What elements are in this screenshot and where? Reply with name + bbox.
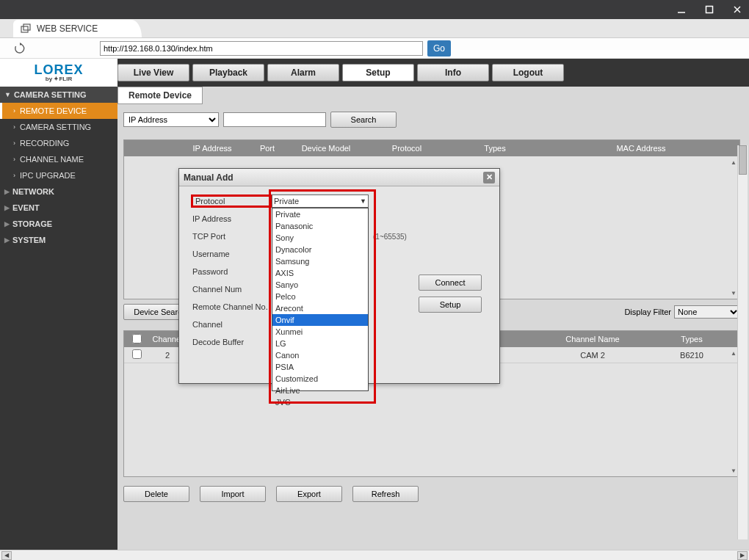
sidebar-group-event[interactable]: ▶EVENT — [0, 200, 117, 216]
chevron-down-icon: ▼ — [4, 91, 11, 98]
ip-mode-select[interactable]: IP Address — [123, 112, 219, 127]
svg-rect-5 — [23, 24, 30, 30]
sidebar-section-camera[interactable]: ▼CAMERA SETTING — [0, 87, 117, 103]
tab-logout[interactable]: Logout — [492, 64, 564, 81]
sidebar-group-system[interactable]: ▶SYSTEM — [0, 232, 117, 248]
brand-sub: by ✦FLIR — [46, 76, 72, 82]
setup-button[interactable]: Setup — [419, 297, 482, 313]
protocol-option[interactable]: JVC — [272, 396, 368, 408]
label-channel: Channel — [192, 320, 272, 329]
protocol-option[interactable]: Sanyo — [272, 279, 368, 291]
go-button[interactable]: Go — [427, 40, 451, 57]
bottom-button-row: Delete Import Export Refresh — [123, 486, 740, 502]
browser-tab[interactable]: WEB SERVICE — [13, 20, 142, 37]
label-remote-channel-no: Remote Channel No. — [192, 302, 272, 311]
sidebar-group-network[interactable]: ▶NETWORK — [0, 183, 117, 200]
protocol-option[interactable]: Panasonic — [272, 220, 368, 232]
sidebar-item-channel-name[interactable]: ›CHANNEL NAME — [0, 151, 117, 167]
dialog-titlebar[interactable]: Manual Add ✕ — [179, 169, 499, 186]
sidebar-item-recording[interactable]: ›RECORDING — [0, 135, 117, 151]
window-titlebar — [0, 0, 749, 19]
label-protocol: Protocol — [192, 196, 272, 206]
tab-playback[interactable]: Playback — [192, 64, 264, 81]
sidebar-group-storage[interactable]: ▶STORAGE — [0, 216, 117, 232]
protocol-option[interactable]: Arecont — [272, 302, 368, 314]
chevron-right-icon: ▶ — [4, 236, 10, 244]
scroll-left-icon[interactable]: ◀ — [1, 551, 12, 560]
chevron-right-icon: ▶ — [4, 220, 10, 228]
dialog-side-buttons: Connect Setup — [419, 274, 482, 313]
refresh-icon[interactable] — [13, 42, 26, 55]
dialog-body: Protocol Private ▼ PrivatePanasonicSonyD… — [179, 186, 499, 383]
sidebar-item-ipc-upgrade[interactable]: ›IPC UPGRADE — [0, 167, 117, 183]
page-tab-remote-device[interactable]: Remote Device — [117, 87, 203, 104]
chevron-right-icon: › — [13, 123, 15, 131]
protocol-option[interactable]: LG — [272, 338, 368, 349]
protocol-option[interactable]: Samsung — [272, 255, 368, 267]
protocol-option[interactable]: Onvif — [272, 314, 368, 326]
protocol-option[interactable]: PSIA — [272, 361, 368, 373]
search-button[interactable]: Search — [330, 112, 397, 128]
tab-alarm[interactable]: Alarm — [267, 64, 339, 81]
sidebar-item-label: RECORDING — [20, 139, 69, 148]
chevron-right-icon: › — [13, 107, 15, 114]
close-icon[interactable]: ✕ — [483, 172, 495, 183]
chevron-right-icon: ▶ — [4, 204, 10, 211]
protocol-option[interactable]: Sony — [272, 232, 368, 244]
tab-setup[interactable]: Setup — [342, 64, 414, 81]
top-nav: Live View Playback Alarm Setup Info Logo… — [117, 59, 749, 87]
sidebar-group-label: EVENT — [12, 203, 40, 212]
protocol-option[interactable]: Dynacolor — [272, 244, 368, 255]
tab-info[interactable]: Info — [417, 64, 489, 81]
search-input[interactable] — [223, 112, 326, 127]
import-button[interactable]: Import — [200, 486, 266, 502]
protocol-selected-value: Private — [274, 197, 299, 206]
sidebar-item-camera-setting[interactable]: ›CAMERA SETTING — [0, 119, 117, 135]
protocol-option[interactable]: Private — [272, 208, 368, 220]
display-filter-select[interactable]: None — [674, 305, 740, 319]
sidebar-group-label: NETWORK — [12, 187, 54, 196]
cell-channel-name: CAM 2 — [541, 351, 644, 360]
page-horizontal-scrollbar[interactable]: ◀ ▶ — [0, 550, 749, 560]
url-input[interactable] — [100, 41, 423, 56]
label-ip: IP Address — [192, 214, 272, 223]
main-content: Remote Device IP Address Search IP Addre… — [117, 87, 749, 550]
col-model: Device Model — [286, 144, 366, 153]
svg-rect-1 — [706, 7, 713, 13]
sidebar-item-remote-device[interactable]: ›REMOTE DEVICE — [0, 103, 117, 119]
sidebar-group-label: STORAGE — [12, 219, 52, 228]
export-button[interactable]: Export — [276, 486, 342, 502]
scroll-right-icon[interactable]: ▶ — [737, 551, 748, 560]
label-password: Password — [192, 267, 272, 276]
label-tcp-port: TCP Port — [192, 232, 272, 241]
scrollbar-thumb[interactable] — [739, 145, 747, 175]
minimize-button[interactable] — [674, 2, 689, 17]
protocol-option[interactable]: Xunmei — [272, 326, 368, 338]
protocol-select[interactable]: Private ▼ — [272, 194, 369, 208]
sidebar-item-label: CHANNEL NAME — [20, 155, 84, 164]
label-channel-num: Channel Num — [192, 285, 272, 294]
row-checkbox[interactable] — [132, 349, 142, 359]
delete-button[interactable]: Delete — [123, 486, 189, 502]
search-row: IP Address Search — [123, 109, 740, 131]
connect-button[interactable]: Connect — [419, 274, 482, 291]
page-vertical-scrollbar[interactable] — [737, 145, 748, 539]
url-bar: Go — [0, 38, 749, 59]
label-username: Username — [192, 250, 272, 258]
protocol-option[interactable]: Canon — [272, 349, 368, 361]
protocol-option[interactable]: Pelco — [272, 291, 368, 302]
protocol-option[interactable]: AXIS — [272, 267, 368, 279]
protocol-dropdown-list[interactable]: PrivatePanasonicSonyDynacolorSamsungAXIS… — [272, 208, 369, 391]
refresh-button[interactable]: Refresh — [352, 486, 419, 502]
col-ip: IP Address — [176, 144, 249, 153]
select-all-checkbox[interactable] — [132, 334, 142, 343]
search-results-header: IP Address Port Device Model Protocol Ty… — [124, 140, 739, 156]
tab-live-view[interactable]: Live View — [117, 64, 189, 81]
close-button[interactable] — [730, 2, 745, 17]
sidebar-item-label: REMOTE DEVICE — [20, 106, 87, 115]
manual-add-dialog: Manual Add ✕ Protocol Private ▼ — [178, 168, 500, 384]
protocol-option[interactable]: Customized — [272, 373, 368, 385]
protocol-option[interactable]: AirLive — [272, 385, 368, 396]
maximize-button[interactable] — [702, 2, 717, 17]
sidebar-section-label: CAMERA SETTING — [14, 90, 87, 99]
